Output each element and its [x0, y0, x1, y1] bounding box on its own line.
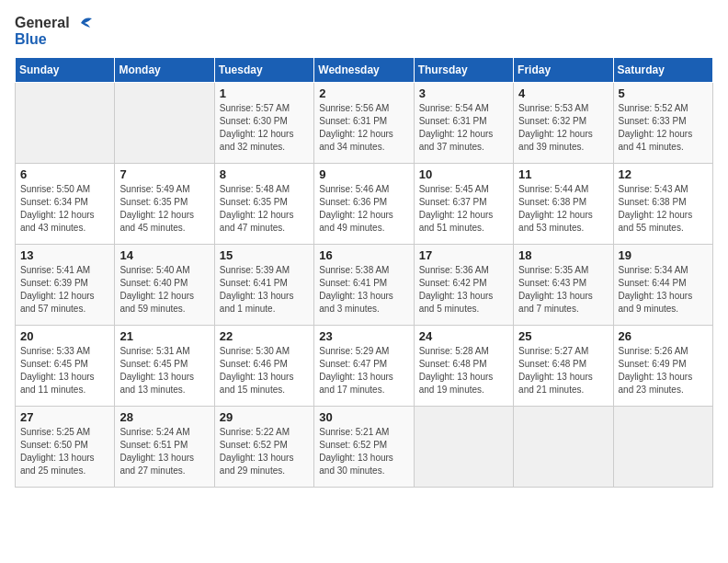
table-row: 19Sunrise: 5:34 AMSunset: 6:44 PMDayligh… [613, 244, 712, 325]
header-day-tuesday: Tuesday [214, 57, 313, 82]
day-number: 10 [419, 167, 508, 181]
page-header: General Blue [15, 15, 713, 48]
table-row: 26Sunrise: 5:26 AMSunset: 6:49 PMDayligh… [613, 325, 712, 406]
day-info: Sunrise: 5:25 AMSunset: 6:50 PMDaylight:… [20, 426, 109, 477]
table-row: 7Sunrise: 5:49 AMSunset: 6:35 PMDaylight… [115, 163, 214, 244]
calendar-week-1: 1Sunrise: 5:57 AMSunset: 6:30 PMDaylight… [16, 82, 713, 163]
table-row: 5Sunrise: 5:52 AMSunset: 6:33 PMDaylight… [613, 82, 712, 163]
day-number: 30 [319, 410, 408, 424]
day-number: 25 [518, 329, 608, 343]
day-info: Sunrise: 5:43 AMSunset: 6:38 PMDaylight:… [619, 183, 708, 235]
day-info: Sunrise: 5:48 AMSunset: 6:35 PMDaylight:… [220, 183, 309, 235]
table-row: 23Sunrise: 5:29 AMSunset: 6:47 PMDayligh… [314, 325, 414, 406]
calendar-week-5: 27Sunrise: 5:25 AMSunset: 6:50 PMDayligh… [16, 406, 713, 487]
day-info: Sunrise: 5:40 AMSunset: 6:40 PMDaylight:… [119, 264, 209, 316]
header-day-saturday: Saturday [613, 57, 712, 82]
day-info: Sunrise: 5:31 AMSunset: 6:45 PMDaylight:… [119, 345, 209, 396]
day-info: Sunrise: 5:36 AMSunset: 6:42 PMDaylight:… [419, 264, 508, 316]
day-number: 8 [220, 167, 309, 181]
day-number: 11 [518, 167, 608, 181]
day-number: 27 [20, 410, 109, 424]
table-row: 2Sunrise: 5:56 AMSunset: 6:31 PMDaylight… [314, 82, 414, 163]
day-info: Sunrise: 5:35 AMSunset: 6:43 PMDaylight:… [518, 264, 608, 316]
day-info: Sunrise: 5:22 AMSunset: 6:52 PMDaylight:… [220, 426, 309, 477]
header-day-friday: Friday [514, 57, 613, 82]
day-info: Sunrise: 5:28 AMSunset: 6:48 PMDaylight:… [419, 345, 508, 396]
day-number: 12 [619, 167, 708, 181]
day-number: 23 [319, 329, 408, 343]
calendar-table: SundayMondayTuesdayWednesdayThursdayFrid… [15, 57, 713, 488]
table-row: 30Sunrise: 5:21 AMSunset: 6:52 PMDayligh… [314, 406, 414, 487]
day-number: 19 [619, 248, 708, 262]
table-row: 20Sunrise: 5:33 AMSunset: 6:45 PMDayligh… [16, 325, 115, 406]
day-number: 29 [220, 410, 309, 424]
day-number: 17 [419, 248, 508, 262]
logo-text-general: General [15, 15, 70, 31]
table-row: 3Sunrise: 5:54 AMSunset: 6:31 PMDaylight… [414, 82, 513, 163]
logo-bird-icon [72, 15, 92, 31]
day-info: Sunrise: 5:49 AMSunset: 6:35 PMDaylight:… [119, 183, 209, 235]
day-number: 6 [20, 167, 109, 181]
day-info: Sunrise: 5:29 AMSunset: 6:47 PMDaylight:… [319, 345, 408, 396]
table-row: 1Sunrise: 5:57 AMSunset: 6:30 PMDaylight… [214, 82, 313, 163]
day-info: Sunrise: 5:45 AMSunset: 6:37 PMDaylight:… [419, 183, 508, 235]
day-number: 22 [220, 329, 309, 343]
day-number: 5 [619, 86, 708, 100]
table-row: 13Sunrise: 5:41 AMSunset: 6:39 PMDayligh… [16, 244, 115, 325]
table-row: 29Sunrise: 5:22 AMSunset: 6:52 PMDayligh… [214, 406, 313, 487]
table-row: 17Sunrise: 5:36 AMSunset: 6:42 PMDayligh… [414, 244, 513, 325]
day-info: Sunrise: 5:54 AMSunset: 6:31 PMDaylight:… [419, 102, 508, 154]
table-row: 16Sunrise: 5:38 AMSunset: 6:41 PMDayligh… [314, 244, 414, 325]
table-row: 12Sunrise: 5:43 AMSunset: 6:38 PMDayligh… [613, 163, 712, 244]
table-row: 22Sunrise: 5:30 AMSunset: 6:46 PMDayligh… [214, 325, 313, 406]
day-info: Sunrise: 5:50 AMSunset: 6:34 PMDaylight:… [20, 183, 109, 235]
day-number: 16 [319, 248, 408, 262]
day-info: Sunrise: 5:33 AMSunset: 6:45 PMDaylight:… [20, 345, 109, 396]
header-day-thursday: Thursday [414, 57, 513, 82]
logo-container: General Blue [15, 15, 92, 48]
table-row: 18Sunrise: 5:35 AMSunset: 6:43 PMDayligh… [514, 244, 613, 325]
header-day-sunday: Sunday [16, 57, 115, 82]
table-row: 8Sunrise: 5:48 AMSunset: 6:35 PMDaylight… [214, 163, 313, 244]
table-row: 4Sunrise: 5:53 AMSunset: 6:32 PMDaylight… [514, 82, 613, 163]
table-row [613, 406, 712, 487]
day-number: 18 [518, 248, 608, 262]
table-row [16, 82, 115, 163]
day-number: 9 [319, 167, 408, 181]
day-info: Sunrise: 5:52 AMSunset: 6:33 PMDaylight:… [619, 102, 708, 154]
day-info: Sunrise: 5:41 AMSunset: 6:39 PMDaylight:… [20, 264, 109, 316]
day-number: 1 [220, 86, 309, 100]
calendar-week-4: 20Sunrise: 5:33 AMSunset: 6:45 PMDayligh… [16, 325, 713, 406]
day-info: Sunrise: 5:34 AMSunset: 6:44 PMDaylight:… [619, 264, 708, 316]
table-row: 28Sunrise: 5:24 AMSunset: 6:51 PMDayligh… [115, 406, 214, 487]
day-info: Sunrise: 5:26 AMSunset: 6:49 PMDaylight:… [619, 345, 708, 396]
day-info: Sunrise: 5:27 AMSunset: 6:48 PMDaylight:… [518, 345, 608, 396]
day-number: 20 [20, 329, 109, 343]
table-row: 21Sunrise: 5:31 AMSunset: 6:45 PMDayligh… [115, 325, 214, 406]
table-row: 24Sunrise: 5:28 AMSunset: 6:48 PMDayligh… [414, 325, 513, 406]
table-row: 10Sunrise: 5:45 AMSunset: 6:37 PMDayligh… [414, 163, 513, 244]
day-info: Sunrise: 5:44 AMSunset: 6:38 PMDaylight:… [518, 183, 608, 235]
day-number: 3 [419, 86, 508, 100]
day-info: Sunrise: 5:53 AMSunset: 6:32 PMDaylight:… [518, 102, 608, 154]
table-row [514, 406, 613, 487]
day-info: Sunrise: 5:24 AMSunset: 6:51 PMDaylight:… [119, 426, 209, 477]
day-number: 14 [119, 248, 209, 262]
header-day-monday: Monday [115, 57, 214, 82]
calendar-week-2: 6Sunrise: 5:50 AMSunset: 6:34 PMDaylight… [16, 163, 713, 244]
day-info: Sunrise: 5:56 AMSunset: 6:31 PMDaylight:… [319, 102, 408, 154]
calendar-week-3: 13Sunrise: 5:41 AMSunset: 6:39 PMDayligh… [16, 244, 713, 325]
day-info: Sunrise: 5:57 AMSunset: 6:30 PMDaylight:… [220, 102, 309, 154]
table-row: 15Sunrise: 5:39 AMSunset: 6:41 PMDayligh… [214, 244, 313, 325]
day-number: 24 [419, 329, 508, 343]
day-info: Sunrise: 5:46 AMSunset: 6:36 PMDaylight:… [319, 183, 408, 235]
table-row: 9Sunrise: 5:46 AMSunset: 6:36 PMDaylight… [314, 163, 414, 244]
table-row: 11Sunrise: 5:44 AMSunset: 6:38 PMDayligh… [514, 163, 613, 244]
table-row [414, 406, 513, 487]
day-info: Sunrise: 5:21 AMSunset: 6:52 PMDaylight:… [319, 426, 408, 477]
day-number: 13 [20, 248, 109, 262]
header-day-wednesday: Wednesday [314, 57, 414, 82]
table-row: 6Sunrise: 5:50 AMSunset: 6:34 PMDaylight… [16, 163, 115, 244]
day-info: Sunrise: 5:39 AMSunset: 6:41 PMDaylight:… [220, 264, 309, 316]
logo: General Blue [15, 15, 92, 48]
